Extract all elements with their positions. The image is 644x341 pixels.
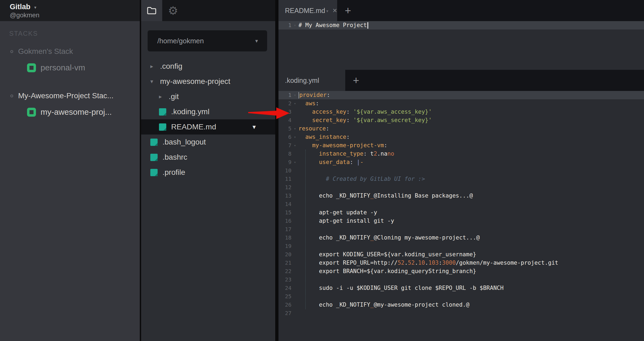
koding-yml-editor[interactable]: 1▾provider:2▾ aws:3 access_key: '${var.a… bbox=[278, 91, 644, 341]
token: secret_key bbox=[312, 117, 346, 123]
code-text: echo _KD_NOTIFY_@Installing Base package… bbox=[298, 192, 473, 200]
code-line-17[interactable]: 17 bbox=[278, 225, 644, 234]
code-text: # My Awesome Project bbox=[298, 21, 368, 29]
code-line-2[interactable]: 2▾ aws: bbox=[278, 99, 644, 108]
machine-item-personal-vm[interactable]: personal-vm bbox=[0, 61, 140, 74]
machine-item-my-awesome-proj[interactable]: my-awesome-proj... bbox=[0, 106, 140, 119]
code-line-1[interactable]: 1▾provider: bbox=[278, 91, 644, 99]
tree-item-label: .git bbox=[169, 92, 179, 101]
code-line-6[interactable]: 6▾ aws_instance: bbox=[278, 133, 644, 141]
tree-item-label: .koding.yml bbox=[171, 107, 210, 116]
tree-item-config[interactable]: ▸.config bbox=[141, 59, 275, 74]
stack-item-gokmen-s-stack[interactable]: Gokmen's Stack bbox=[0, 47, 140, 56]
code-line-5[interactable]: 5▾resource: bbox=[278, 124, 644, 133]
vm-status-icon bbox=[27, 108, 36, 117]
code-line-22[interactable]: 22 export BRANCH=${var.koding_queryStrin… bbox=[278, 267, 644, 276]
chevron-down-icon[interactable]: ▾ bbox=[326, 8, 328, 14]
settings-tab[interactable]: ⚙ bbox=[164, 0, 182, 21]
line-number: 25 bbox=[278, 292, 291, 301]
fold-spacer bbox=[291, 301, 298, 309]
tree-item-label: .profile bbox=[162, 168, 185, 177]
token: : bbox=[346, 134, 350, 140]
line-number: 17 bbox=[278, 225, 291, 234]
token: 52 bbox=[398, 260, 404, 266]
token: '${var.aws_access_key}' bbox=[353, 109, 432, 115]
readme-editor[interactable]: 1▾# My Awesome Project bbox=[278, 21, 644, 70]
fold-caret-icon: ▾ bbox=[291, 91, 298, 99]
stack-label: My-Awesome-Project Stac... bbox=[18, 91, 114, 100]
code-line-20[interactable]: 20 export KODING_USER=${var.koding_user_… bbox=[278, 250, 644, 259]
token: .na bbox=[377, 150, 387, 157]
code-line-7[interactable]: 7▾ my-awesome-project-vm: bbox=[278, 141, 644, 150]
new-tab-button[interactable]: + bbox=[347, 70, 366, 91]
code-line-21[interactable]: 21 export REPO_URL=http://52.52.10.103:3… bbox=[278, 259, 644, 267]
vm-status-icon bbox=[27, 63, 36, 72]
tree-item-my-awesome-project[interactable]: ▾my-awesome-project bbox=[141, 74, 275, 89]
code-line-24[interactable]: 24 sudo -i -u $KODING_USER git clone $RE… bbox=[278, 284, 644, 292]
tree-item-bashrc[interactable]: .bashrc bbox=[141, 150, 275, 165]
code-line-11[interactable]: 11 # Created by GitLab UI for :> bbox=[278, 175, 644, 183]
token: '${var.aws_secret_key}' bbox=[353, 117, 432, 123]
new-tab-button[interactable]: + bbox=[338, 0, 357, 21]
tree-item-koding-yml[interactable]: .koding.yml bbox=[141, 104, 275, 119]
code-line-26[interactable]: 26 echo _KD_NOTIFY_@my-awesome-project c… bbox=[278, 301, 644, 309]
code-line-14[interactable]: 14 bbox=[278, 200, 644, 208]
tab-readme[interactable]: README.md ▾ × bbox=[278, 0, 337, 21]
tree-item-label: README.md bbox=[171, 123, 216, 131]
token: : bbox=[346, 117, 350, 123]
token: _ bbox=[370, 192, 374, 199]
path-dropdown[interactable]: /home/gokmen ▾ bbox=[148, 30, 267, 51]
files-tab[interactable] bbox=[141, 0, 162, 21]
token: - bbox=[360, 159, 364, 165]
code-line-8[interactable]: 8 instance_type: t2.nano bbox=[278, 150, 644, 158]
token: user_data bbox=[319, 159, 350, 165]
fold-spacer bbox=[291, 150, 298, 158]
code-line-25[interactable]: 25 bbox=[278, 292, 644, 301]
token bbox=[353, 159, 357, 165]
code-line-18[interactable]: 18 echo _KD_NOTIFY_@Cloning my-awesome-p… bbox=[278, 234, 644, 242]
fold-caret-icon: ▾ bbox=[291, 158, 298, 166]
tree-item-profile[interactable]: .profile bbox=[141, 165, 275, 180]
code-line-27[interactable]: 27 bbox=[278, 309, 644, 317]
tree-item-bash-logout[interactable]: .bash_logout bbox=[141, 135, 275, 150]
code-text: my-awesome-project-vm: bbox=[298, 141, 387, 150]
close-icon[interactable]: × bbox=[333, 7, 337, 14]
stack-bullet-icon bbox=[10, 50, 13, 53]
tree-item-git[interactable]: ▸.git bbox=[141, 89, 275, 104]
code-line-3[interactable]: 3 access_key: '${var.aws_access_key}' bbox=[278, 108, 644, 116]
token: t bbox=[367, 150, 374, 157]
path-label: /home/gokmen bbox=[157, 37, 204, 45]
tab-koding-yml[interactable]: .koding.yml bbox=[278, 70, 345, 91]
stacks-list: Gokmen's Stackpersonal-vmMy-Awesome-Proj… bbox=[0, 47, 140, 119]
fold-spacer bbox=[291, 183, 298, 192]
code-line-13[interactable]: 13 echo _KD_NOTIFY_@Installing Base pack… bbox=[278, 192, 644, 200]
code-line-1[interactable]: 1▾# My Awesome Project bbox=[278, 21, 644, 29]
fold-spacer bbox=[291, 175, 298, 183]
line-number: 26 bbox=[278, 301, 291, 309]
team-header: Gitlab ▾ @gokmen bbox=[0, 0, 140, 21]
code-line-23[interactable]: 23 bbox=[278, 276, 644, 284]
tree-item-readme-md[interactable]: README.md▾ bbox=[141, 119, 275, 135]
text-cursor bbox=[367, 22, 368, 29]
tab-label: .koding.yml bbox=[285, 77, 319, 84]
code-line-9[interactable]: 9▾ user_data: |- bbox=[278, 158, 644, 166]
line-number: 16 bbox=[278, 217, 291, 225]
code-line-12[interactable]: 12 bbox=[278, 183, 644, 192]
stack-label: Gokmen's Stack bbox=[18, 47, 73, 56]
stack-item-my-awesome-project-stac[interactable]: My-Awesome-Project Stac... bbox=[0, 91, 140, 101]
code-text: # Created by GitLab UI for :> bbox=[298, 175, 425, 183]
fold-spacer bbox=[291, 166, 298, 175]
token: @Cloning my-awesome-project...@ bbox=[374, 234, 480, 241]
text-cursor bbox=[298, 92, 299, 99]
code-line-19[interactable]: 19 bbox=[278, 242, 644, 250]
code-line-4[interactable]: 4 secret_key: '${var.aws_secret_key}' bbox=[278, 116, 644, 124]
team-switcher[interactable]: Gitlab ▾ bbox=[10, 3, 140, 11]
line-number: 19 bbox=[278, 242, 291, 250]
code-line-15[interactable]: 15 apt-get update -y bbox=[278, 208, 644, 217]
code-text: export KODING_USER=${var.koding_user_use… bbox=[298, 250, 476, 259]
code-line-10[interactable]: 10 bbox=[278, 166, 644, 175]
fold-spacer bbox=[291, 217, 298, 225]
chevron-down-icon: ▾ bbox=[255, 38, 258, 44]
code-line-16[interactable]: 16 apt-get install git -y bbox=[278, 217, 644, 225]
tab-label: README.md bbox=[285, 7, 325, 15]
